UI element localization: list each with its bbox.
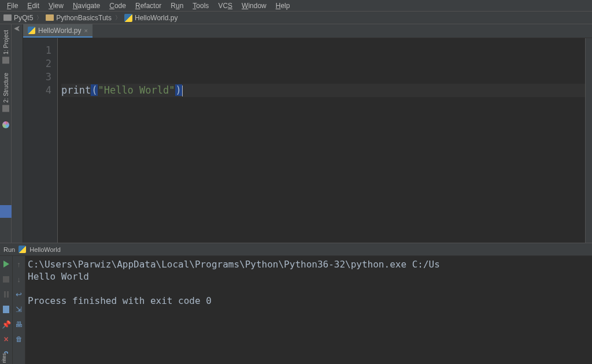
breadcrumb-file-label: HelloWorld.py	[135, 14, 177, 22]
editor-tab-helloworld[interactable]: HelloWorld.py ×	[23, 24, 92, 38]
pin-button[interactable]: 📌	[2, 320, 11, 329]
editor-tab-bar: HelloWorld.py ×	[23, 24, 592, 38]
scroll-icon: ⇲	[16, 305, 22, 314]
folder-icon	[46, 14, 54, 21]
run-tool-window: Run HelloWorld 📌 × ? ↑ ↓ ↩ ⇲ 🖶	[0, 243, 592, 364]
arrow-up-icon: ↑	[17, 260, 21, 269]
menu-file[interactable]: File	[2, 1, 23, 11]
code-editor[interactable]: 1 2 3 4 print("Hello World")	[23, 38, 592, 243]
run-header[interactable]: Run HelloWorld	[0, 243, 592, 256]
stop-icon	[3, 276, 9, 283]
console-line: C:\Users\Parwiz\AppData\Local\Programs\P…	[28, 259, 440, 270]
code-line	[61, 57, 585, 70]
pause-button[interactable]	[2, 289, 11, 299]
line-number: 4	[23, 84, 51, 97]
code-token-open-paren: (	[91, 84, 98, 96]
left-tool-strip-inner: ⮜	[12, 24, 23, 243]
code-line-current: print("Hello World")	[61, 84, 585, 97]
close-x-icon: ×	[3, 335, 8, 344]
menu-window[interactable]: Window	[237, 1, 271, 11]
svg-marker-0	[3, 261, 9, 268]
menu-help[interactable]: Help	[271, 1, 295, 11]
layout-button[interactable]	[2, 304, 11, 314]
main-area: 1: Project 2: Structure ⮜ HelloWorld.py …	[0, 24, 592, 243]
run-toolbar-right: ↑ ↓ ↩ ⇲ 🖶 🗑	[13, 256, 25, 364]
up-stack-button[interactable]: ↑	[14, 259, 24, 269]
project-tool-icon	[2, 57, 9, 64]
python-file-icon	[124, 14, 132, 22]
sidebar-tab-project-label: 1: Project	[2, 30, 9, 54]
menu-run[interactable]: Run	[166, 1, 188, 11]
menu-tools[interactable]: Tools	[188, 1, 213, 11]
active-marker	[0, 205, 12, 218]
print-icon: 🖶	[15, 320, 23, 329]
pause-icon	[4, 291, 9, 298]
run-config-name: HelloWorld	[29, 246, 61, 253]
run-toolbar-left: 📌 × ?	[0, 256, 13, 364]
line-number: 3	[23, 70, 51, 84]
project-folder-icon	[3, 14, 12, 21]
code-line	[61, 70, 585, 84]
editor-column: HelloWorld.py × 1 2 3 4 print("Hello Wor…	[23, 24, 592, 243]
breadcrumb-project-label: PyQt5	[14, 14, 33, 22]
close-run-button[interactable]: ×	[2, 335, 11, 344]
python-run-icon	[18, 246, 26, 253]
breadcrumb: PyQt5 〉 PythonBasicsTuts 〉 HelloWorld.py	[0, 12, 592, 24]
clear-all-button[interactable]: 🗑	[14, 335, 24, 344]
run-body: 📌 × ? ↑ ↓ ↩ ⇲ 🖶 🗑 C:\Users\Parwiz\AppDat…	[0, 256, 592, 364]
code-token-print: print	[61, 84, 91, 96]
breadcrumb-folder-label: PythonBasicsTuts	[56, 14, 112, 22]
line-number: 2	[23, 57, 51, 70]
sidebar-tab-structure-label: 2: Structure	[2, 73, 9, 103]
run-console-output[interactable]: C:\Users\Parwiz\AppData\Local\Programs\P…	[25, 256, 592, 364]
sidebar-tab-favorites[interactable]: rites	[0, 354, 12, 364]
pin-icon: 📌	[2, 320, 11, 329]
code-with-me-icon[interactable]	[2, 121, 9, 128]
menu-refactor[interactable]: Refactor	[131, 1, 166, 11]
editor-tab-label: HelloWorld.py	[38, 27, 81, 35]
print-button[interactable]: 🖶	[14, 320, 24, 329]
arrow-down-icon: ↓	[17, 275, 21, 284]
left-tool-strip-outer: 1: Project 2: Structure	[0, 24, 12, 243]
line-number-gutter: 1 2 3 4	[23, 38, 58, 243]
console-line: Process finished with exit code 0	[28, 295, 212, 306]
structure-tool-icon	[2, 105, 9, 112]
run-header-label: Run	[3, 246, 15, 253]
down-stack-button[interactable]: ↓	[14, 274, 24, 284]
breadcrumb-folder[interactable]: PythonBasicsTuts	[46, 14, 112, 22]
breadcrumb-file[interactable]: HelloWorld.py	[124, 14, 177, 22]
sidebar-tab-project[interactable]: 1: Project	[1, 25, 10, 68]
editor-right-gutter	[585, 38, 592, 243]
menu-navigate[interactable]: Navigate	[68, 1, 105, 11]
rerun-button[interactable]	[2, 259, 11, 269]
menu-code[interactable]: Code	[105, 1, 131, 11]
code-line	[61, 44, 585, 57]
python-file-icon	[28, 27, 35, 34]
close-tab-icon[interactable]: ×	[84, 27, 87, 34]
collapse-left-icon[interactable]: ⮜	[14, 25, 20, 32]
code-token-close-paren: )	[175, 84, 182, 96]
menu-view[interactable]: View	[44, 1, 68, 11]
scroll-end-button[interactable]: ⇲	[14, 304, 24, 314]
line-number: 1	[23, 44, 51, 57]
sidebar-tab-structure[interactable]: 2: Structure	[1, 68, 10, 117]
breadcrumb-separator: 〉	[115, 14, 121, 22]
stop-button[interactable]	[2, 274, 11, 284]
text-caret	[182, 86, 183, 96]
menu-vcs[interactable]: VCS	[213, 1, 237, 11]
soft-wrap-button[interactable]: ↩	[14, 289, 24, 299]
console-line: Hello World	[28, 271, 89, 282]
trash-icon: 🗑	[16, 335, 23, 343]
main-menu-bar: File Edit View Navigate Code Refactor Ru…	[0, 0, 592, 12]
layout-icon	[3, 306, 9, 313]
code-token-string: "Hello World"	[98, 84, 175, 96]
code-area[interactable]: print("Hello World")	[58, 38, 585, 243]
breadcrumb-separator: 〉	[36, 14, 42, 22]
sidebar-tab-favorites-label: rites	[1, 353, 7, 363]
play-icon	[3, 261, 10, 268]
menu-edit[interactable]: Edit	[23, 1, 44, 11]
wrap-icon: ↩	[16, 290, 22, 299]
breadcrumb-project[interactable]: PyQt5	[3, 14, 33, 22]
